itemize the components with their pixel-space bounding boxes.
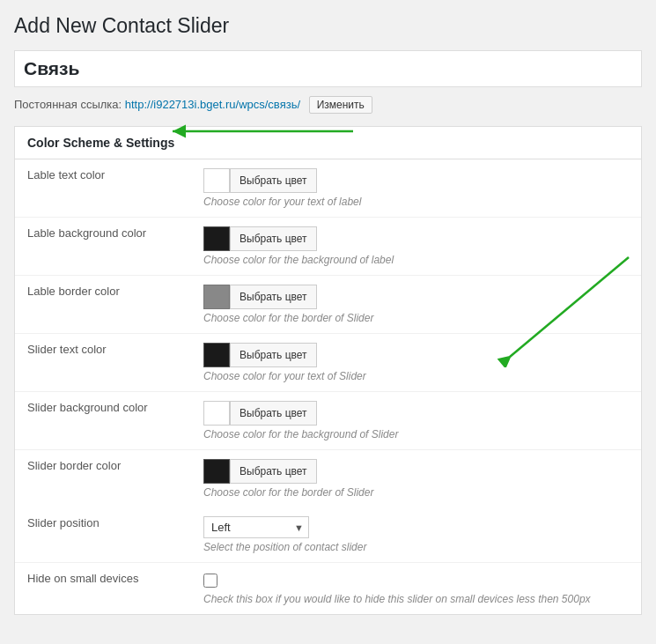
permalink-change-button[interactable]: Изменить bbox=[309, 96, 372, 114]
color-field-control: Выбрать цвет Choose color for the backgr… bbox=[191, 218, 641, 276]
color-hint: Choose color for the background of Slide… bbox=[203, 428, 629, 440]
color-hint: Choose color for your text of Slider bbox=[203, 370, 629, 382]
arrow-container: Постоянная ссылка: http://i922713i.bget.… bbox=[14, 50, 642, 615]
position-hint: Select the position of contact slider bbox=[203, 541, 629, 553]
settings-table: Lable text color Выбрать цвет Choose col… bbox=[15, 159, 641, 614]
color-pick-button[interactable]: Выбрать цвет bbox=[230, 401, 317, 426]
color-field-row: Lable border color Выбрать цвет Choose c… bbox=[15, 276, 641, 334]
hide-control: Check this box if you would like to hide… bbox=[191, 563, 641, 615]
settings-box: Color Scheme & Settings Lable text color… bbox=[14, 126, 642, 615]
color-swatch bbox=[203, 285, 230, 309]
hide-checkbox[interactable] bbox=[203, 574, 217, 588]
color-field-label: Lable text color bbox=[15, 159, 191, 218]
color-field-row: Slider border color Выбрать цвет Choose … bbox=[15, 450, 641, 508]
color-field-row: Lable background color Выбрать цвет Choo… bbox=[15, 218, 641, 276]
color-hint: Choose color for the background of label bbox=[203, 254, 629, 266]
color-field-label: Slider background color bbox=[15, 392, 191, 450]
hide-label: Hide on small devices bbox=[15, 563, 191, 615]
color-field-control: Выбрать цвет Choose color for the backgr… bbox=[191, 392, 641, 450]
settings-section-title: Color Scheme & Settings bbox=[15, 127, 641, 159]
color-field-control: Выбрать цвет Choose color for your text … bbox=[191, 159, 641, 218]
color-swatch bbox=[203, 343, 230, 367]
color-pick-button[interactable]: Выбрать цвет bbox=[230, 168, 317, 193]
title-field-wrapper bbox=[14, 50, 642, 87]
hide-hint: Check this box if you would like to hide… bbox=[203, 593, 629, 605]
color-field-row: Slider background color Выбрать цвет Cho… bbox=[15, 392, 641, 450]
position-row: Slider position Left Right ▼ Select the … bbox=[15, 507, 641, 563]
color-hint: Choose color for your text of label bbox=[203, 196, 629, 208]
color-field-label: Slider text color bbox=[15, 334, 191, 392]
color-hint: Choose color for the border of Slider bbox=[203, 486, 629, 499]
permalink-label: Постоянная ссылка: bbox=[14, 98, 122, 111]
color-hint: Choose color for the border of Slider bbox=[203, 312, 629, 324]
position-select-wrapper: Left Right ▼ bbox=[203, 516, 309, 538]
color-field-label: Lable border color bbox=[15, 276, 191, 334]
permalink-row: Постоянная ссылка: http://i922713i.bget.… bbox=[14, 96, 642, 114]
color-swatch bbox=[203, 226, 230, 251]
color-field-control: Выбрать цвет Choose color for the border… bbox=[191, 450, 641, 508]
color-field-row: Slider text color Выбрать цвет Choose co… bbox=[15, 334, 641, 392]
color-pick-button[interactable]: Выбрать цвет bbox=[230, 459, 317, 484]
color-pick-button[interactable]: Выбрать цвет bbox=[230, 226, 317, 251]
color-field-label: Slider border color bbox=[15, 450, 191, 508]
permalink-link[interactable]: http://i922713i.bget.ru/wpcs/связь/ bbox=[125, 98, 300, 111]
color-field-control: Выбрать цвет Choose color for your text … bbox=[191, 334, 641, 392]
position-control: Left Right ▼ Select the position of cont… bbox=[191, 507, 641, 563]
page-wrapper: Add New Contact Slider Постоянная ссылка… bbox=[0, 0, 656, 644]
position-label: Slider position bbox=[15, 507, 191, 563]
page-title: Add New Contact Slider bbox=[14, 14, 642, 38]
color-swatch bbox=[203, 459, 230, 484]
position-select[interactable]: Left Right bbox=[203, 516, 309, 538]
hide-row: Hide on small devices Check this box if … bbox=[15, 563, 641, 615]
color-field-label: Lable background color bbox=[15, 218, 191, 276]
title-input[interactable] bbox=[24, 58, 632, 79]
color-field-control: Выбрать цвет Choose color for the border… bbox=[191, 276, 641, 334]
color-field-row: Lable text color Выбрать цвет Choose col… bbox=[15, 159, 641, 218]
color-swatch bbox=[203, 401, 230, 426]
color-pick-button[interactable]: Выбрать цвет bbox=[230, 343, 317, 367]
color-pick-button[interactable]: Выбрать цвет bbox=[230, 285, 317, 309]
color-swatch bbox=[203, 168, 230, 193]
